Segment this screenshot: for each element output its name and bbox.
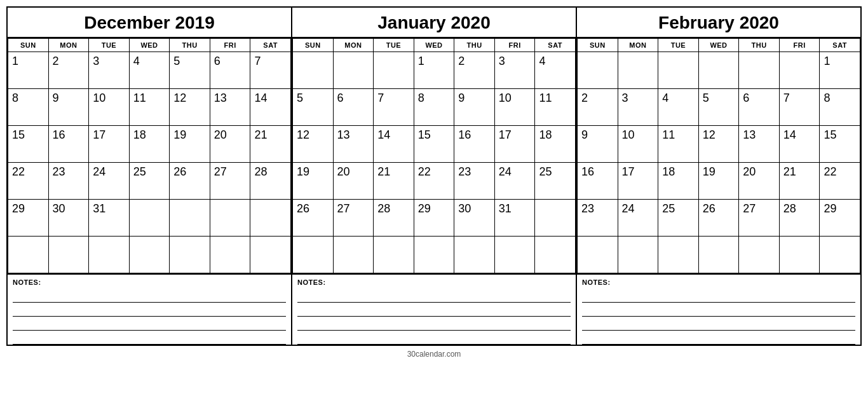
day-cell-2-5-5: [779, 237, 820, 273]
calendar-1: January 2020SUNMONTUEWEDTHUFRISAT1234567…: [292, 6, 577, 346]
day-cell-2-3-0: 16: [578, 163, 618, 200]
day-cell-1-5-1: [333, 237, 374, 273]
notes-line-2-3: [582, 331, 855, 345]
day-cell-1-4-6: [535, 200, 576, 237]
day-cell-2-3-3: 19: [698, 163, 739, 200]
day-cell-0-0-0: 1: [8, 52, 49, 89]
day-cell-0-1-6: 14: [250, 89, 291, 126]
notes-line-1-0: [297, 289, 571, 303]
calendar-grid-2: SUNMONTUEWEDTHUFRISAT1234567891011121314…: [577, 38, 860, 273]
day-cell-1-4-0: 26: [293, 200, 334, 237]
day-cell-0-2-6: 21: [250, 126, 291, 163]
day-cell-2-4-1: 24: [618, 200, 658, 237]
day-cell-2-3-6: 22: [820, 163, 860, 200]
day-cell-0-1-5: 13: [210, 89, 250, 126]
day-cell-2-1-5: 7: [779, 89, 820, 126]
day-cell-1-0-1: [333, 52, 374, 89]
notes-line-1-1: [297, 303, 571, 317]
day-cell-0-4-1: 30: [48, 200, 89, 237]
day-cell-0-1-1: 9: [48, 89, 89, 126]
day-cell-1-3-6: 25: [535, 163, 576, 200]
dow-header-fri: FRI: [779, 39, 820, 52]
dow-header-mon: MON: [48, 39, 89, 52]
day-cell-1-4-1: 27: [333, 200, 374, 237]
day-cell-1-5-2: [374, 237, 414, 273]
dow-header-sun: SUN: [293, 39, 334, 52]
day-cell-1-2-0: 12: [293, 126, 334, 163]
notes-line-0-3: [13, 331, 286, 345]
day-cell-0-3-6: 28: [250, 163, 291, 200]
day-cell-2-0-0: [578, 52, 618, 89]
dow-header-mon: MON: [618, 39, 658, 52]
calendar-grid-1: SUNMONTUEWEDTHUFRISAT1234567891011121314…: [292, 38, 576, 273]
day-cell-2-5-6: [820, 237, 860, 273]
notes-line-1-3: [297, 331, 571, 345]
dow-header-sun: SUN: [578, 39, 618, 52]
day-cell-1-3-0: 19: [293, 163, 334, 200]
day-cell-0-0-3: 4: [129, 52, 170, 89]
day-cell-1-2-4: 16: [454, 126, 495, 163]
notes-label-2: NOTES:: [582, 278, 855, 286]
dow-header-fri: FRI: [494, 39, 535, 52]
dow-header-wed: WED: [414, 39, 454, 52]
day-cell-1-1-5: 10: [494, 89, 535, 126]
day-cell-2-3-1: 17: [618, 163, 658, 200]
notes-line-0-1: [13, 303, 286, 317]
day-cell-2-5-0: [578, 237, 618, 273]
day-cell-1-4-2: 28: [374, 200, 414, 237]
notes-line-0-2: [13, 317, 286, 331]
day-cell-2-0-5: [779, 52, 820, 89]
day-cell-0-1-0: 8: [8, 89, 49, 126]
day-cell-0-4-3: [129, 200, 170, 237]
day-cell-0-3-1: 23: [48, 163, 89, 200]
dow-header-tue: TUE: [374, 39, 414, 52]
day-cell-1-4-3: 29: [414, 200, 454, 237]
day-cell-2-2-4: 13: [739, 126, 780, 163]
day-cell-1-3-2: 21: [374, 163, 414, 200]
notes-line-2-0: [582, 289, 855, 303]
day-cell-0-3-4: 26: [170, 163, 210, 200]
day-cell-0-3-2: 24: [89, 163, 130, 200]
day-cell-2-0-6: 1: [820, 52, 860, 89]
notes-label-1: NOTES:: [297, 278, 571, 286]
day-cell-1-0-2: [374, 52, 414, 89]
day-cell-1-0-0: [293, 52, 334, 89]
day-cell-0-5-2: [89, 237, 130, 273]
day-cell-2-4-5: 28: [779, 200, 820, 237]
day-cell-0-2-0: 15: [8, 126, 49, 163]
day-cell-1-3-1: 20: [333, 163, 374, 200]
day-cell-0-0-5: 6: [210, 52, 250, 89]
day-cell-1-5-5: [494, 237, 535, 273]
day-cell-0-5-3: [129, 237, 170, 273]
day-cell-1-1-4: 9: [454, 89, 495, 126]
day-cell-2-2-3: 12: [698, 126, 739, 163]
day-cell-0-0-4: 5: [170, 52, 210, 89]
day-cell-2-2-1: 10: [618, 126, 658, 163]
day-cell-1-2-1: 13: [333, 126, 374, 163]
day-cell-2-5-2: [658, 237, 699, 273]
day-cell-0-3-0: 22: [8, 163, 49, 200]
footer: 30calendar.com: [6, 347, 862, 359]
day-cell-2-4-4: 27: [739, 200, 780, 237]
day-cell-2-1-6: 8: [820, 89, 860, 126]
day-cell-0-5-1: [48, 237, 89, 273]
calendar-title-0: December 2019: [8, 8, 291, 38]
day-cell-0-2-1: 16: [48, 126, 89, 163]
notes-line-2-1: [582, 303, 855, 317]
day-cell-1-3-4: 23: [454, 163, 495, 200]
day-cell-0-4-0: 29: [8, 200, 49, 237]
day-cell-1-0-4: 2: [454, 52, 495, 89]
day-cell-2-5-1: [618, 237, 658, 273]
day-cell-2-0-4: [739, 52, 780, 89]
day-cell-1-1-1: 6: [333, 89, 374, 126]
day-cell-2-3-4: 20: [739, 163, 780, 200]
day-cell-2-0-3: [698, 52, 739, 89]
dow-header-wed: WED: [129, 39, 170, 52]
day-cell-0-4-6: [250, 200, 291, 237]
dow-header-fri: FRI: [210, 39, 250, 52]
day-cell-0-0-6: 7: [250, 52, 291, 89]
day-cell-0-4-5: [210, 200, 250, 237]
day-cell-1-2-6: 18: [535, 126, 576, 163]
day-cell-2-2-6: 15: [820, 126, 860, 163]
day-cell-2-2-0: 9: [578, 126, 618, 163]
